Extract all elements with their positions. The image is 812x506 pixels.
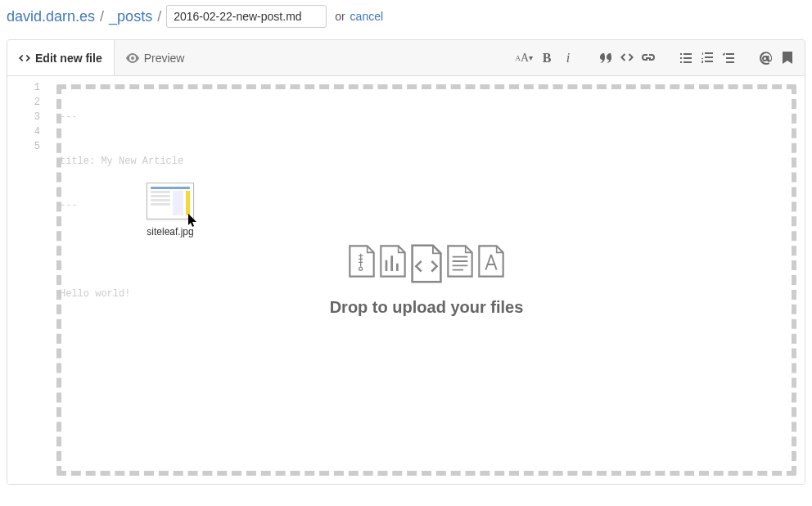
italic-button[interactable]: i (561, 51, 575, 66)
mention-button[interactable] (759, 51, 774, 66)
eye-icon (126, 53, 139, 63)
text-size-button[interactable]: AA▾ (515, 51, 533, 66)
task-list-button[interactable] (721, 51, 736, 66)
line-number-gutter: 1 2 3 4 5 (7, 76, 50, 484)
tab-edit-label: Edit new file (35, 52, 102, 65)
breadcrumb-separator: / (157, 8, 161, 25)
line-number: 5 (7, 139, 50, 154)
line-number: 1 (7, 80, 50, 95)
line-number: 2 (7, 95, 50, 110)
bookmark-button[interactable] (780, 51, 795, 66)
quote-button[interactable] (598, 51, 613, 66)
code-brackets-icon (620, 52, 634, 64)
breadcrumb: david.darn.es / _posts / or cancel (0, 0, 812, 39)
unordered-list-button[interactable] (679, 51, 693, 66)
tab-edit[interactable]: Edit new file (7, 40, 115, 75)
bookmark-icon (783, 52, 792, 65)
code-area[interactable]: --- title: My New Article --- Hello worl… (50, 76, 805, 484)
code-line: --- (50, 110, 805, 124)
or-label: or (335, 10, 345, 23)
tab-preview[interactable]: Preview (115, 40, 196, 75)
code-line: Hello world! (50, 287, 805, 301)
editor-area[interactable]: 1 2 3 4 5 --- title: My New Article --- … (7, 76, 805, 484)
filename-input[interactable] (166, 5, 327, 28)
link-button[interactable] (641, 51, 656, 66)
code-button[interactable] (620, 51, 634, 66)
numbered-list-icon (701, 52, 713, 63)
link-icon (642, 52, 655, 65)
dragged-file-name: siteleaf.jpg (147, 226, 193, 237)
bullet-list-icon (680, 53, 692, 63)
task-list-icon (723, 52, 734, 63)
ordered-list-button[interactable] (700, 51, 715, 66)
dragged-file-thumbnail (147, 183, 194, 219)
line-number: 4 (7, 124, 50, 139)
tab-preview-label: Preview (144, 52, 185, 65)
code-icon (19, 52, 30, 64)
file-editor-container: Edit new file Preview AA▾ B i (7, 39, 805, 485)
quote-icon (599, 53, 612, 63)
bold-button[interactable]: B (539, 51, 554, 66)
cursor-icon (188, 214, 200, 232)
at-icon (760, 52, 773, 65)
breadcrumb-repo-link[interactable]: david.darn.es (7, 8, 95, 25)
dragged-file: siteleaf.jpg (147, 183, 194, 237)
cancel-link[interactable]: cancel (350, 10, 383, 23)
editor-tabs: Edit new file Preview AA▾ B i (7, 40, 805, 76)
code-line (50, 242, 805, 257)
editor-toolbar: AA▾ B i (497, 51, 805, 66)
breadcrumb-folder-link[interactable]: _posts (109, 8, 152, 25)
breadcrumb-separator: / (100, 8, 104, 25)
line-number: 3 (7, 110, 50, 124)
code-line: title: My New Article (50, 154, 805, 169)
